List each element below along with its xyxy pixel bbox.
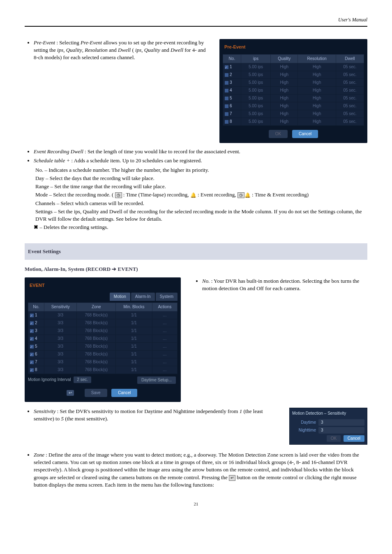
- checkbox[interactable]: [30, 353, 34, 356]
- daytime-value[interactable]: 3: [318, 419, 364, 426]
- event-dwell-bullet: Event Recording Dwell : Set the length o…: [34, 148, 367, 155]
- cell[interactable]: High: [271, 79, 298, 87]
- cell[interactable]: 768 Block(s): [77, 358, 116, 366]
- cell[interactable]: 768 Block(s): [77, 351, 116, 358]
- tab-motion[interactable]: Motion: [110, 293, 130, 301]
- cell[interactable]: 1/1: [116, 358, 152, 366]
- checkbox[interactable]: [30, 329, 34, 333]
- cell[interactable]: 1/1: [116, 366, 152, 374]
- table-row: 15.00 ipsHighHigh05 sec.: [223, 63, 364, 71]
- cell[interactable]: High: [271, 63, 298, 71]
- cell[interactable]: 5.00 ips: [241, 110, 271, 118]
- nighttime-value[interactable]: 3: [318, 427, 364, 434]
- cell[interactable]: 1/1: [116, 335, 152, 343]
- cell[interactable]: 3/3: [44, 351, 77, 358]
- table-row: 43/3768 Block(s)1/1…: [28, 335, 178, 343]
- cell[interactable]: 5.00 ips: [241, 95, 271, 102]
- checkbox[interactable]: [225, 120, 228, 124]
- cell[interactable]: 05 sec.: [336, 110, 364, 118]
- cell[interactable]: 768 Block(s): [77, 319, 116, 327]
- cell[interactable]: High: [271, 102, 298, 110]
- cell[interactable]: High: [271, 95, 298, 102]
- cell[interactable]: 3/3: [44, 319, 77, 327]
- cell[interactable]: 1/1: [116, 351, 152, 358]
- cell[interactable]: High: [298, 118, 336, 126]
- cancel-button[interactable]: Cancel: [292, 130, 318, 138]
- cell[interactable]: 05 sec.: [336, 87, 364, 95]
- motion-ignoring-value[interactable]: 2 sec.: [74, 376, 91, 383]
- checkbox[interactable]: [225, 73, 228, 77]
- cell[interactable]: High: [298, 110, 336, 118]
- cell[interactable]: 05 sec.: [336, 102, 364, 110]
- event-subsection-line: Motion, Alarm-In, System (RECORD ➔ EVENT…: [25, 265, 367, 273]
- cell[interactable]: …: [152, 358, 177, 366]
- cell[interactable]: …: [152, 319, 177, 327]
- checkbox[interactable]: [30, 368, 34, 372]
- checkbox[interactable]: [30, 314, 34, 317]
- checkbox[interactable]: [225, 104, 228, 108]
- cell[interactable]: 1/1: [116, 327, 152, 335]
- row-number: 4: [223, 87, 241, 95]
- cell[interactable]: …: [152, 327, 177, 335]
- cell[interactable]: 5.00 ips: [241, 118, 271, 126]
- cell[interactable]: High: [298, 87, 336, 95]
- cell[interactable]: High: [298, 102, 336, 110]
- cell[interactable]: 768 Block(s): [77, 366, 116, 374]
- preevent-panel: Pre-Event No.ipsQualityResolutionDwell 1…: [219, 39, 367, 143]
- cell[interactable]: …: [152, 343, 177, 351]
- cancel-button[interactable]: Cancel: [111, 389, 137, 397]
- cell[interactable]: High: [271, 118, 298, 126]
- cell[interactable]: High: [298, 95, 336, 102]
- cell[interactable]: High: [271, 87, 298, 95]
- cell[interactable]: 1/1: [116, 312, 152, 319]
- cell[interactable]: …: [152, 312, 177, 319]
- cell[interactable]: …: [152, 366, 177, 374]
- cell[interactable]: 3/3: [44, 366, 77, 374]
- cell[interactable]: High: [298, 63, 336, 71]
- back-icon[interactable]: ↩: [67, 390, 74, 396]
- cell[interactable]: 5.00 ips: [241, 63, 271, 71]
- checkbox[interactable]: [225, 89, 228, 92]
- tab-alarm-in[interactable]: Alarm-In: [131, 293, 155, 301]
- cell[interactable]: 5.00 ips: [241, 87, 271, 95]
- cell[interactable]: 1/1: [116, 343, 152, 351]
- checkbox[interactable]: [30, 345, 34, 349]
- cell[interactable]: 768 Block(s): [77, 343, 116, 351]
- checkbox[interactable]: [225, 65, 228, 69]
- cell[interactable]: 5.00 ips: [241, 71, 271, 79]
- cell[interactable]: 05 sec.: [336, 118, 364, 126]
- cell[interactable]: 05 sec.: [336, 79, 364, 87]
- cell[interactable]: 768 Block(s): [77, 335, 116, 343]
- cell[interactable]: High: [271, 71, 298, 79]
- ok-button[interactable]: OK: [269, 130, 288, 138]
- cell[interactable]: 05 sec.: [336, 95, 364, 102]
- cell[interactable]: High: [298, 71, 336, 79]
- cell[interactable]: High: [271, 110, 298, 118]
- checkbox[interactable]: [225, 81, 228, 85]
- checkbox[interactable]: [30, 337, 34, 341]
- cell[interactable]: 05 sec.: [336, 71, 364, 79]
- cell[interactable]: 768 Block(s): [77, 327, 116, 335]
- checkbox[interactable]: [30, 360, 34, 364]
- cell[interactable]: …: [152, 335, 177, 343]
- cell[interactable]: 3/3: [44, 358, 77, 366]
- cell[interactable]: 3/3: [44, 312, 77, 319]
- cell[interactable]: 1/1: [116, 319, 152, 327]
- save-button[interactable]: Save: [85, 389, 107, 397]
- cell[interactable]: 3/3: [44, 327, 77, 335]
- cell[interactable]: 3/3: [44, 343, 77, 351]
- cell[interactable]: 768 Block(s): [77, 312, 116, 319]
- cell[interactable]: 5.00 ips: [241, 102, 271, 110]
- cell[interactable]: 05 sec.: [336, 63, 364, 71]
- cell[interactable]: 5.00 ips: [241, 79, 271, 87]
- checkbox[interactable]: [225, 97, 228, 100]
- checkbox[interactable]: [30, 321, 34, 325]
- checkbox[interactable]: [225, 112, 228, 116]
- ok-button[interactable]: OK: [327, 435, 341, 442]
- daytime-setup-button[interactable]: Daytime Setup...: [137, 376, 176, 384]
- cancel-button[interactable]: Cancel: [344, 435, 364, 442]
- cell[interactable]: 3/3: [44, 335, 77, 343]
- cell[interactable]: …: [152, 351, 177, 358]
- cell[interactable]: High: [298, 79, 336, 87]
- tab-system[interactable]: System: [156, 293, 178, 301]
